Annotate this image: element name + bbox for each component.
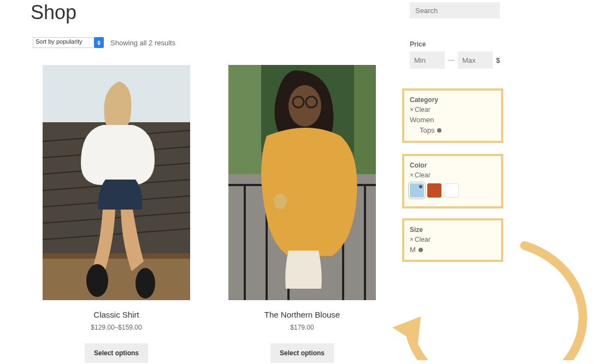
close-icon: × (410, 171, 414, 179)
clear-label: Clear (415, 236, 431, 243)
clear-size-link[interactable]: ×Clear (410, 236, 497, 243)
close-icon: × (410, 106, 414, 114)
svg-point-13 (135, 268, 155, 299)
close-icon: × (410, 236, 414, 243)
filter-size-box: Size ×Clear M (402, 218, 503, 262)
svg-point-12 (86, 264, 108, 297)
size-item-m[interactable]: M (410, 246, 497, 254)
product-card[interactable]: Classic Shirt $129.00–$159.00 Select opt… (43, 65, 190, 363)
price-dash: — (448, 56, 455, 64)
color-swatch-blue[interactable] (410, 183, 424, 198)
select-arrows-icon (94, 37, 104, 48)
color-swatch-white[interactable] (445, 183, 459, 198)
svg-point-28 (274, 194, 287, 209)
sidebar: Price — $ (410, 2, 503, 69)
search-input[interactable] (410, 2, 500, 19)
price-row: — $ (410, 51, 503, 69)
product-price: $179.00 (290, 324, 314, 331)
filter-category-box: Category ×Clear Women Tops (402, 88, 503, 143)
product-price: $129.00–$159.00 (91, 324, 142, 331)
filter-title: Size (410, 226, 497, 234)
filter-color-box: Color ×Clear (402, 154, 503, 208)
selected-dot-icon (419, 185, 422, 188)
filter-title: Color (410, 162, 497, 169)
product-image (43, 65, 190, 300)
result-count: Showing all 2 results (110, 39, 175, 47)
clear-label: Clear (415, 106, 431, 114)
price-min-input[interactable] (410, 51, 445, 69)
sort-select[interactable]: Sort by popularity (33, 37, 104, 48)
filter-title: Category (410, 96, 497, 104)
sort-row: Sort by popularity Showing all 2 results (33, 37, 175, 48)
selected-dot-icon (437, 128, 441, 133)
category-sub-label: Tops (420, 126, 434, 134)
svg-rect-10 (43, 253, 190, 300)
product-title: Classic Shirt (93, 310, 139, 319)
product-grid: Classic Shirt $129.00–$159.00 Select opt… (43, 65, 376, 363)
product-card[interactable]: The Northern Blouse $179.00 Select optio… (228, 65, 376, 363)
price-filter-label: Price (410, 40, 503, 48)
price-max-input[interactable] (458, 51, 493, 69)
sort-select-value: Sort by popularity (36, 38, 83, 45)
product-image (228, 65, 376, 300)
category-item-women[interactable]: Women (410, 116, 497, 124)
currency-label: $ (496, 56, 500, 64)
selected-dot-icon (419, 248, 423, 252)
color-swatch-red[interactable] (427, 183, 441, 198)
page-title: Shop (31, 1, 76, 24)
size-label: M (410, 246, 416, 254)
product-title: The Northern Blouse (264, 310, 340, 319)
clear-color-link[interactable]: ×Clear (410, 171, 497, 179)
category-sub-item-tops[interactable]: Tops (410, 126, 497, 134)
color-swatches (410, 183, 497, 198)
select-options-button[interactable]: Select options (85, 343, 148, 363)
clear-label: Clear (415, 171, 431, 179)
svg-rect-11 (43, 253, 190, 259)
select-options-button[interactable]: Select options (270, 343, 334, 363)
clear-category-link[interactable]: ×Clear (410, 106, 497, 114)
